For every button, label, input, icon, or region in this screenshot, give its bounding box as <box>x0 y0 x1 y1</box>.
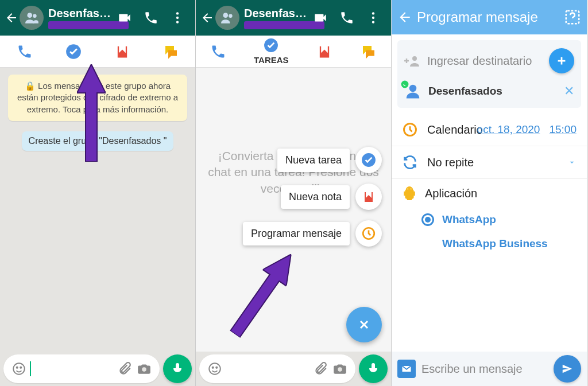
tutorial-arrow <box>223 246 303 342</box>
calendar-row[interactable]: Calendario oct. 18, 2020 15:00 <box>392 114 587 146</box>
android-icon <box>402 186 417 201</box>
tab-calls-icon[interactable] <box>210 43 227 60</box>
back-icon[interactable] <box>5 11 18 25</box>
tasks-body: ¡Convierta un mensaje en el chat en una … <box>196 68 391 352</box>
fab-new-note[interactable]: Nueva nota <box>281 184 382 210</box>
svg-point-6 <box>13 363 25 375</box>
svg-point-24 <box>409 85 417 92</box>
help-icon[interactable] <box>564 9 581 26</box>
mic-button[interactable] <box>163 354 192 383</box>
tab-chats-icon[interactable] <box>163 43 180 60</box>
more-icon[interactable] <box>170 10 185 25</box>
fab-new-note-icon <box>355 184 382 210</box>
svg-point-25 <box>401 81 409 88</box>
group-avatar[interactable] <box>20 6 44 30</box>
svg-point-27 <box>407 189 408 190</box>
message-input[interactable] <box>199 354 355 383</box>
chat-title[interactable]: Desenfasad… <box>244 7 307 20</box>
fab-close[interactable] <box>346 307 382 342</box>
remove-recipient-icon[interactable]: ✕ <box>564 84 574 99</box>
fab-new-task[interactable]: Nueva tarea <box>277 147 382 173</box>
recipient-name: Desenfasados <box>428 85 557 98</box>
message-input[interactable] <box>3 354 160 383</box>
repeat-label: No repite <box>427 156 474 169</box>
panel-whatsapp-chat: Desenfasad… 🔒 Los mensajes en este grupo… <box>0 0 196 386</box>
message-placeholder[interactable]: Escribe un mensaje <box>421 362 548 376</box>
voice-call-icon[interactable] <box>339 10 354 25</box>
recipient-block: Ingresar destinatario Desenfasados ✕ <box>397 40 581 108</box>
emoji-icon[interactable] <box>207 361 222 376</box>
video-call-icon[interactable] <box>117 10 132 25</box>
chat-header: Desenfasad… <box>196 0 391 36</box>
chevron-down-icon <box>567 158 577 167</box>
panel-whatsapp-fab-menu: Desenfasad… TAREAS ¡Convierta un mensaje… <box>196 0 392 386</box>
tab-chats-icon[interactable] <box>360 43 377 60</box>
schedule-title: Programar mensaje <box>417 9 564 25</box>
camera-icon[interactable] <box>137 361 152 376</box>
schedule-header: Programar mensaje <box>392 0 587 34</box>
tab-notes-icon[interactable] <box>114 43 131 60</box>
svg-point-4 <box>176 21 179 23</box>
message-input-bar <box>0 352 195 386</box>
svg-point-23 <box>412 56 417 61</box>
mic-button[interactable] <box>359 354 388 383</box>
fab-new-task-label: Nueva tarea <box>277 149 350 172</box>
recipient-chip: Desenfasados ✕ <box>401 78 578 104</box>
fab-schedule[interactable]: Programar mensaje <box>243 220 382 247</box>
camera-icon[interactable] <box>332 361 347 376</box>
text-cursor <box>30 361 31 376</box>
recipient-placeholder: Ingresar destinatario <box>427 54 542 68</box>
svg-point-14 <box>372 21 374 23</box>
svg-point-21 <box>338 367 342 372</box>
group-avatar[interactable] <box>215 6 239 30</box>
app-section-title: Aplicación <box>402 186 577 201</box>
svg-point-8 <box>20 367 21 368</box>
recipient-input-row[interactable]: Ingresar destinatario <box>401 44 578 78</box>
attach-icon[interactable] <box>313 361 328 376</box>
time-value[interactable]: 15:00 <box>549 123 577 136</box>
repeat-row[interactable]: No repite <box>392 146 587 179</box>
date-value[interactable]: oct. 18, 2020 <box>477 123 540 136</box>
voice-call-icon[interactable] <box>144 10 158 25</box>
add-recipient-icon <box>404 55 420 67</box>
schedule-body: Ingresar destinatario Desenfasados ✕ Cal… <box>392 34 587 352</box>
repeat-icon <box>402 154 418 170</box>
chat-title[interactable]: Desenfasad… <box>48 7 111 20</box>
radio-selected-icon <box>421 213 434 226</box>
tab-tasks-icon[interactable] <box>65 43 82 60</box>
send-button[interactable] <box>554 355 581 383</box>
svg-point-19 <box>212 367 214 368</box>
svg-point-28 <box>411 189 412 190</box>
tab-notes-icon[interactable] <box>316 43 333 60</box>
fab-schedule-icon <box>355 220 382 247</box>
tab-tasks-label: TAREAS <box>254 55 289 65</box>
message-input-bar <box>196 352 391 386</box>
more-icon[interactable] <box>366 10 381 25</box>
envelope-icon <box>397 360 416 378</box>
clock-icon <box>402 122 418 138</box>
back-icon[interactable] <box>397 10 412 25</box>
subtitle-redacted <box>244 21 324 29</box>
svg-point-1 <box>33 14 36 18</box>
tab-tasks[interactable]: TAREAS <box>254 38 289 65</box>
emoji-icon[interactable] <box>11 361 26 376</box>
panel-schedule-message: Programar mensaje Ingresar destinatario … <box>392 0 587 386</box>
back-icon[interactable] <box>200 11 214 25</box>
video-call-icon[interactable] <box>313 10 328 25</box>
svg-point-0 <box>27 13 32 18</box>
fab-new-task-icon <box>355 147 382 173</box>
svg-point-18 <box>209 363 220 375</box>
svg-point-3 <box>176 17 179 19</box>
svg-point-7 <box>17 367 18 368</box>
calendar-label: Calendario <box>427 123 459 137</box>
app-option-wab[interactable]: WhatsApp Business <box>402 232 577 256</box>
app-option-wab-label: WhatsApp Business <box>442 237 548 250</box>
app-option-whatsapp[interactable]: WhatsApp <box>402 208 577 232</box>
app-section: Aplicación WhatsApp WhatsApp Business <box>392 179 587 263</box>
message-compose-bar: Escribe un mensaje <box>392 352 587 386</box>
svg-point-2 <box>176 12 179 14</box>
attach-icon[interactable] <box>117 361 132 376</box>
add-recipient-button[interactable] <box>549 48 574 73</box>
convert-hint: ¡Convierta un mensaje en el chat en una … <box>196 68 391 197</box>
tab-calls-icon[interactable] <box>16 43 33 60</box>
